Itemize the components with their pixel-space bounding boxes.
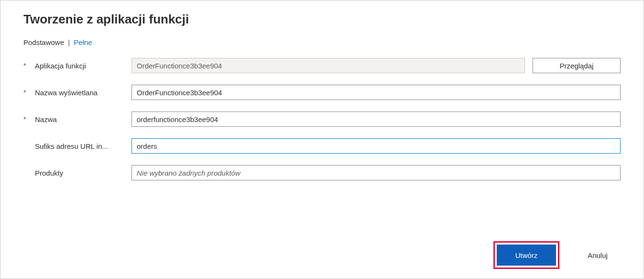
row-function-app: * Aplikacja funkcji Przeglądaj: [23, 58, 621, 73]
function-app-input[interactable]: [131, 58, 525, 73]
label-products: Produkty: [35, 169, 63, 177]
products-input[interactable]: [131, 165, 621, 180]
cancel-button[interactable]: Anuluj: [569, 245, 626, 266]
footer-actions: Utwórz Anuluj: [493, 241, 626, 269]
tab-separator: |: [68, 38, 70, 46]
row-url-suffix: Sufiks adresu URL in...: [23, 138, 621, 154]
label-url-suffix: Sufiks adresu URL in...: [35, 142, 108, 150]
row-name: * Nazwa: [23, 112, 621, 127]
required-indicator: *: [23, 62, 35, 69]
row-products: Produkty: [23, 165, 621, 180]
browse-button[interactable]: Przeglądaj: [533, 58, 621, 73]
form: * Aplikacja funkcji Przeglądaj * Nazwa w…: [23, 58, 621, 180]
name-input[interactable]: [131, 112, 621, 127]
create-button-highlight: Utwórz: [493, 241, 559, 269]
create-from-function-app-panel: Tworzenie z aplikacji funkcji Podstawowe…: [0, 0, 644, 279]
url-suffix-input[interactable]: [131, 138, 621, 154]
required-indicator: *: [23, 115, 35, 123]
label-name: Nazwa: [35, 115, 57, 123]
label-display-name: Nazwa wyświetlana: [35, 89, 98, 97]
page-title: Tworzenie z aplikacji funkcji: [23, 12, 621, 27]
display-name-input[interactable]: [131, 85, 621, 100]
required-indicator: *: [23, 89, 35, 96]
tab-full[interactable]: Pełne: [74, 38, 92, 46]
row-display-name: * Nazwa wyświetlana: [23, 85, 621, 100]
create-button[interactable]: Utwórz: [497, 245, 556, 266]
tab-basic[interactable]: Podstawowe: [23, 38, 64, 46]
view-tabs: Podstawowe | Pełne: [23, 38, 621, 46]
label-function-app: Aplikacja funkcji: [35, 62, 86, 70]
